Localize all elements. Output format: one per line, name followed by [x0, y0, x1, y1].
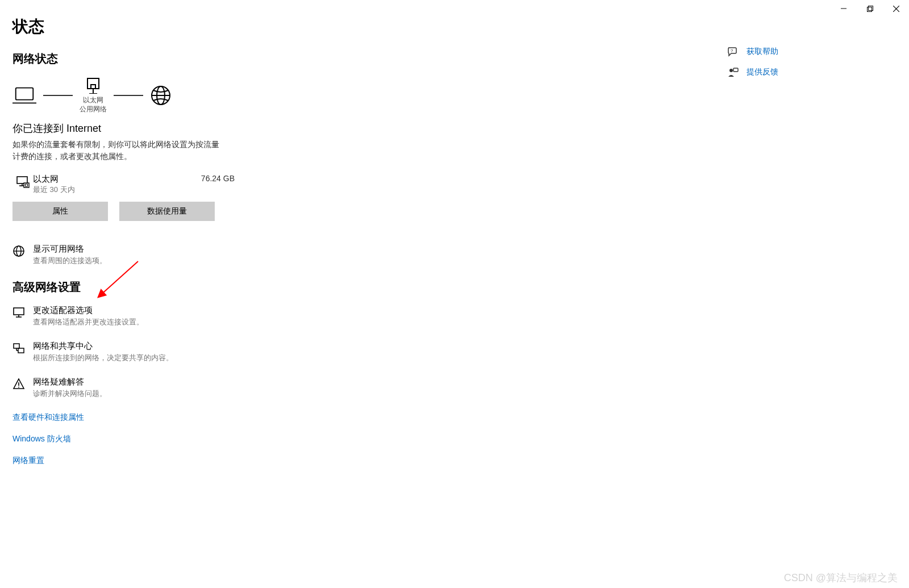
adapter-options-title: 更改适配器选项 [33, 305, 144, 316]
diagram-connector [43, 95, 73, 96]
show-available-networks[interactable]: 显示可用网络 查看周围的连接选项。 [12, 244, 444, 266]
windows-firewall-link[interactable]: Windows 防火墙 [12, 434, 444, 444]
svg-rect-17 [24, 183, 29, 187]
minimize-button[interactable] [831, 0, 857, 17]
svg-point-30 [18, 387, 19, 388]
svg-rect-2 [868, 6, 873, 10]
warning-icon [12, 377, 33, 390]
ethernet-row: 以太网 最近 30 天内 76.24 GB [12, 174, 444, 195]
section-advanced: 高级网络设置 [12, 280, 444, 295]
svg-rect-22 [14, 308, 24, 315]
get-help-link[interactable]: ? 获取帮助 [727, 47, 778, 57]
sharing-center-sub: 根据所连接到的网络，决定要共享的内容。 [33, 353, 173, 363]
diagram-ethernet-label: 以太网 公用网络 [80, 96, 107, 114]
maximize-button[interactable] [857, 0, 883, 17]
window-controls [831, 0, 909, 17]
aside-links: ? 获取帮助 提供反馈 [727, 47, 778, 77]
sharing-center-title: 网络和共享中心 [33, 341, 173, 352]
svg-rect-25 [14, 344, 19, 348]
help-chat-icon: ? [727, 47, 739, 57]
ethernet-usage: 76.24 GB [201, 174, 235, 195]
svg-rect-26 [18, 348, 24, 353]
router-icon: 以太网 公用网络 [80, 77, 107, 114]
troubleshoot-sub: 诊断并解决网络问题。 [33, 389, 107, 399]
properties-button[interactable]: 属性 [12, 202, 108, 221]
network-sharing-center[interactable]: 网络和共享中心 根据所连接到的网络，决定要共享的内容。 [12, 341, 444, 363]
close-button[interactable] [883, 0, 909, 17]
network-share-icon [12, 341, 33, 355]
page-title: 状态 [12, 16, 897, 37]
ethernet-name: 以太网 [33, 174, 75, 185]
diagram-connector [114, 95, 143, 96]
network-troubleshoot[interactable]: 网络疑难解答 诊断并解决网络问题。 [12, 377, 444, 399]
feedback-person-icon [727, 67, 739, 77]
svg-rect-1 [867, 7, 872, 11]
svg-rect-14 [17, 177, 27, 184]
network-reset-link[interactable]: 网络重置 [12, 456, 444, 466]
globe-small-icon [12, 244, 33, 257]
show-networks-sub: 查看周围的连接选项。 [33, 256, 107, 266]
ethernet-period: 最近 30 天内 [33, 185, 75, 195]
svg-rect-7 [87, 78, 99, 89]
svg-rect-33 [733, 68, 738, 72]
connected-description: 如果你的流量套餐有限制，则你可以将此网络设置为按流量计费的连接，或者更改其他属性… [12, 139, 223, 162]
change-adapter-options[interactable]: 更改适配器选项 查看网络适配器并更改连接设置。 [12, 305, 444, 327]
svg-rect-5 [16, 87, 34, 99]
svg-rect-8 [91, 85, 95, 89]
laptop-icon [12, 85, 36, 106]
network-diagram: 以太网 公用网络 [12, 77, 444, 114]
give-feedback-link[interactable]: 提供反馈 [727, 67, 778, 77]
connected-heading: 你已连接到 Internet [12, 122, 444, 135]
svg-text:?: ? [731, 48, 733, 53]
troubleshoot-title: 网络疑难解答 [33, 377, 107, 387]
data-usage-button[interactable]: 数据使用量 [119, 202, 215, 221]
monitor-icon [12, 305, 33, 319]
svg-point-32 [729, 69, 733, 72]
globe-icon [150, 85, 172, 106]
show-networks-title: 显示可用网络 [33, 244, 107, 255]
ethernet-monitor-icon [12, 174, 33, 189]
hardware-properties-link[interactable]: 查看硬件和连接属性 [12, 412, 444, 423]
watermark: CSDN @算法与编程之美 [784, 571, 898, 585]
adapter-options-sub: 查看网络适配器并更改连接设置。 [33, 317, 144, 327]
section-network-status: 网络状态 [12, 51, 444, 66]
